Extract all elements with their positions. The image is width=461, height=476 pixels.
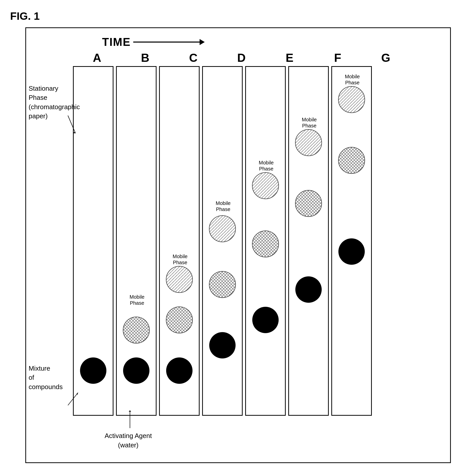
dot-crosshatch-D [208,271,236,298]
mobile-phase-label-E-top: MobilePhase [248,160,284,172]
mobile-phase-label-D-top: MobilePhase [205,200,241,212]
svg-point-0 [80,357,106,384]
column-D: MobilePhase [202,66,243,416]
dot-black-C [165,357,193,385]
col-label-G: G [362,51,410,65]
svg-point-15 [209,271,236,298]
col-label-B: B [121,51,169,65]
svg-point-6 [166,266,193,293]
svg-point-33 [338,147,365,174]
svg-point-4 [123,357,149,384]
svg-point-27 [295,190,322,217]
dot-crosshatch-E [252,230,279,258]
activating-agent-arrow [126,409,134,429]
svg-point-9 [166,307,193,333]
time-label: TIME [102,36,131,48]
svg-point-12 [209,216,236,242]
dot-diagonal-C [165,265,193,293]
column-C: MobilePhase [159,66,200,416]
activating-agent-annotation: Activating Agent(water) [105,431,152,450]
dot-black-E [252,306,279,334]
svg-point-30 [338,86,365,113]
svg-point-10 [166,357,193,384]
columns-area: MobilePhase Mobi [73,66,372,416]
col-label-C: C [169,51,217,65]
column-labels: A B C D E F G [73,51,415,65]
dot-diagonal-E [252,172,279,200]
column-B: MobilePhase [116,66,157,416]
svg-line-37 [68,393,78,405]
mixture-annotation: Mixtureof compounds [29,364,69,391]
col-label-E: E [265,51,314,65]
dot-crosshatch-G [338,146,366,174]
mixture-arrow [67,391,79,407]
mobile-phase-label-G-top: MobilePhase [335,73,370,86]
stationary-phase-annotation: Stationary Phase(chromatographicpaper) [29,84,69,121]
dot-black-G [338,238,366,265]
svg-point-16 [209,332,236,358]
col-label-F: F [314,51,362,65]
column-A [73,66,113,416]
stationary-phase-arrow [67,114,77,135]
outer-border: TIME A B C D E F G MobilePhase [25,27,451,463]
svg-marker-38 [77,393,78,395]
mobile-phase-label-C-top: MobilePhase [162,253,198,265]
dot-diagonal-F [295,129,322,157]
svg-point-28 [295,276,322,303]
svg-point-3 [123,317,149,343]
dot-diagonal-D [208,215,236,243]
dot-black-D [208,331,236,359]
dot-black-F [295,276,322,303]
svg-point-24 [295,129,322,156]
page: FIG. 1 TIME A B C D E F G [0,0,461,476]
dot-crosshatch-F [295,189,322,217]
dot-black-B [122,357,150,385]
dot-crosshatch-B [122,316,150,344]
col-label-D: D [217,51,265,65]
col-label-A: A [73,51,121,65]
dot-black-A [79,357,107,385]
time-arrow-container: TIME [102,36,204,48]
time-arrow [133,42,204,43]
svg-marker-40 [129,410,131,412]
fig-title: FIG. 1 [10,10,451,22]
svg-point-21 [252,231,279,257]
column-E: MobilePhase [245,66,286,416]
svg-point-18 [252,173,279,199]
svg-line-35 [68,116,75,133]
dot-diagonal-G [338,86,366,113]
dot-crosshatch-C [165,306,193,334]
svg-point-22 [252,307,279,333]
mobile-phase-label-B: MobilePhase [119,294,155,306]
column-G: MobilePhase [331,66,372,416]
mobile-phase-label-F-top: MobilePhase [292,117,327,129]
column-F: MobilePhase [288,66,329,416]
svg-point-34 [338,238,365,265]
